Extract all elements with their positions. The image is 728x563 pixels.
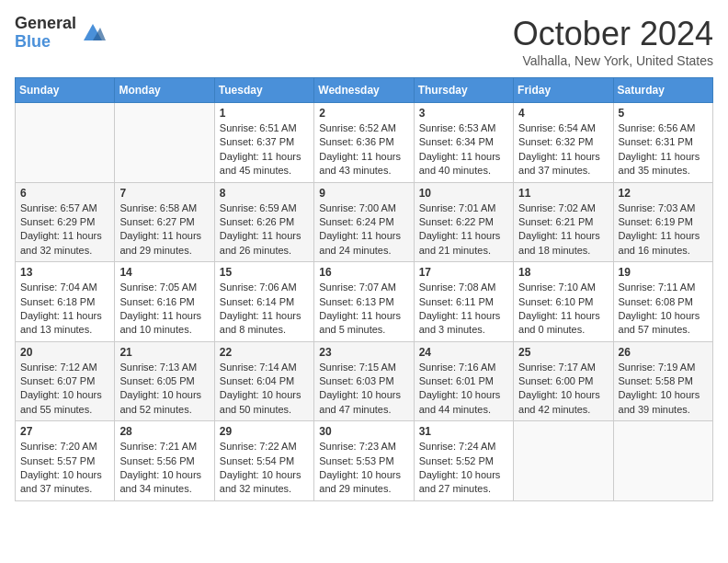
- day-number: 31: [419, 425, 508, 438]
- cell-w4-d6: 25Sunrise: 7:17 AM Sunset: 6:00 PM Dayli…: [514, 341, 613, 421]
- cell-w1-d1: [16, 103, 115, 183]
- day-number: 17: [419, 266, 508, 279]
- cell-w5-d1: 27Sunrise: 7:20 AM Sunset: 5:57 PM Dayli…: [16, 421, 115, 501]
- day-info: Sunrise: 6:57 AM Sunset: 6:29 PM Dayligh…: [20, 201, 109, 259]
- day-info: Sunrise: 7:23 AM Sunset: 5:53 PM Dayligh…: [319, 440, 408, 497]
- col-monday: Monday: [115, 78, 214, 103]
- calendar-header: Sunday Monday Tuesday Wednesday Thursday…: [16, 78, 713, 103]
- col-tuesday: Tuesday: [214, 78, 313, 103]
- day-number: 27: [20, 425, 109, 438]
- cell-w4-d5: 24Sunrise: 7:16 AM Sunset: 6:01 PM Dayli…: [414, 341, 513, 421]
- cell-w5-d2: 28Sunrise: 7:21 AM Sunset: 5:56 PM Dayli…: [115, 421, 214, 501]
- day-info: Sunrise: 7:06 AM Sunset: 6:14 PM Dayligh…: [220, 281, 309, 338]
- day-info: Sunrise: 7:01 AM Sunset: 6:22 PM Dayligh…: [419, 201, 508, 259]
- day-number: 14: [119, 266, 209, 279]
- day-info: Sunrise: 7:20 AM Sunset: 5:57 PM Dayligh…: [20, 440, 109, 497]
- col-sunday: Sunday: [16, 78, 115, 103]
- col-friday: Friday: [514, 78, 613, 103]
- day-info: Sunrise: 6:53 AM Sunset: 6:34 PM Dayligh…: [419, 121, 508, 178]
- cell-w2-d1: 6Sunrise: 6:57 AM Sunset: 6:29 PM Daylig…: [16, 182, 115, 262]
- day-number: 6: [20, 187, 109, 200]
- month-title: October 2024: [513, 15, 713, 53]
- cell-w1-d6: 4Sunrise: 6:54 AM Sunset: 6:32 PM Daylig…: [514, 103, 613, 183]
- cell-w4-d1: 20Sunrise: 7:12 AM Sunset: 6:07 PM Dayli…: [16, 341, 115, 421]
- cell-w3-d7: 19Sunrise: 7:11 AM Sunset: 6:08 PM Dayli…: [613, 262, 712, 342]
- day-number: 28: [119, 425, 209, 438]
- day-info: Sunrise: 7:04 AM Sunset: 6:18 PM Dayligh…: [20, 281, 109, 338]
- col-wednesday: Wednesday: [314, 78, 414, 103]
- day-info: Sunrise: 6:54 AM Sunset: 6:32 PM Dayligh…: [518, 121, 608, 178]
- day-info: Sunrise: 7:13 AM Sunset: 6:05 PM Dayligh…: [119, 361, 209, 418]
- day-info: Sunrise: 7:10 AM Sunset: 6:10 PM Dayligh…: [518, 281, 608, 338]
- week-row-4: 20Sunrise: 7:12 AM Sunset: 6:07 PM Dayli…: [16, 341, 713, 421]
- col-thursday: Thursday: [414, 78, 513, 103]
- day-number: 22: [220, 346, 309, 359]
- week-row-3: 13Sunrise: 7:04 AM Sunset: 6:18 PM Dayli…: [16, 262, 713, 342]
- day-info: Sunrise: 7:17 AM Sunset: 6:00 PM Dayligh…: [518, 361, 608, 418]
- day-info: Sunrise: 7:05 AM Sunset: 6:16 PM Dayligh…: [119, 281, 209, 338]
- day-info: Sunrise: 7:16 AM Sunset: 6:01 PM Dayligh…: [419, 361, 508, 418]
- day-number: 2: [319, 107, 408, 120]
- day-number: 26: [619, 346, 708, 359]
- day-number: 18: [518, 266, 608, 279]
- logo-general-text: General: [15, 15, 76, 33]
- cell-w5-d3: 29Sunrise: 7:22 AM Sunset: 5:54 PM Dayli…: [214, 421, 313, 501]
- cell-w3-d5: 17Sunrise: 7:08 AM Sunset: 6:11 PM Dayli…: [414, 262, 513, 342]
- day-info: Sunrise: 7:14 AM Sunset: 6:04 PM Dayligh…: [220, 361, 309, 418]
- cell-w4-d3: 22Sunrise: 7:14 AM Sunset: 6:04 PM Dayli…: [214, 341, 313, 421]
- cell-w1-d2: [115, 103, 214, 183]
- day-info: Sunrise: 7:11 AM Sunset: 6:08 PM Dayligh…: [619, 281, 708, 338]
- week-row-1: 1Sunrise: 6:51 AM Sunset: 6:37 PM Daylig…: [16, 103, 713, 183]
- cell-w5-d7: [613, 421, 712, 501]
- cell-w1-d4: 2Sunrise: 6:52 AM Sunset: 6:36 PM Daylig…: [314, 103, 414, 183]
- day-number: 30: [319, 425, 408, 438]
- day-info: Sunrise: 6:52 AM Sunset: 6:36 PM Dayligh…: [319, 121, 408, 178]
- day-number: 1: [220, 107, 309, 120]
- day-info: Sunrise: 7:12 AM Sunset: 6:07 PM Dayligh…: [20, 361, 109, 418]
- day-number: 23: [319, 346, 408, 359]
- day-info: Sunrise: 6:51 AM Sunset: 6:37 PM Dayligh…: [220, 121, 309, 178]
- day-info: Sunrise: 7:07 AM Sunset: 6:13 PM Dayligh…: [319, 281, 408, 338]
- col-saturday: Saturday: [613, 78, 712, 103]
- day-info: Sunrise: 7:00 AM Sunset: 6:24 PM Dayligh…: [319, 201, 408, 259]
- day-number: 19: [619, 266, 708, 279]
- cell-w3-d2: 14Sunrise: 7:05 AM Sunset: 6:16 PM Dayli…: [115, 262, 214, 342]
- day-info: Sunrise: 6:59 AM Sunset: 6:26 PM Dayligh…: [220, 201, 309, 259]
- cell-w5-d4: 30Sunrise: 7:23 AM Sunset: 5:53 PM Dayli…: [314, 421, 414, 501]
- day-number: 29: [220, 425, 309, 438]
- cell-w1-d3: 1Sunrise: 6:51 AM Sunset: 6:37 PM Daylig…: [214, 103, 313, 183]
- day-number: 11: [518, 187, 608, 200]
- cell-w2-d3: 8Sunrise: 6:59 AM Sunset: 6:26 PM Daylig…: [214, 182, 313, 262]
- cell-w2-d6: 11Sunrise: 7:02 AM Sunset: 6:21 PM Dayli…: [514, 182, 613, 262]
- day-info: Sunrise: 7:02 AM Sunset: 6:21 PM Dayligh…: [518, 201, 608, 259]
- day-info: Sunrise: 7:03 AM Sunset: 6:19 PM Dayligh…: [619, 201, 708, 259]
- cell-w1-d5: 3Sunrise: 6:53 AM Sunset: 6:34 PM Daylig…: [414, 103, 513, 183]
- day-info: Sunrise: 7:24 AM Sunset: 5:52 PM Dayligh…: [419, 440, 508, 497]
- day-info: Sunrise: 6:56 AM Sunset: 6:31 PM Dayligh…: [619, 121, 708, 178]
- cell-w4-d7: 26Sunrise: 7:19 AM Sunset: 5:58 PM Dayli…: [613, 341, 712, 421]
- day-info: Sunrise: 7:15 AM Sunset: 6:03 PM Dayligh…: [319, 361, 408, 418]
- week-row-5: 27Sunrise: 7:20 AM Sunset: 5:57 PM Dayli…: [16, 421, 713, 501]
- day-number: 9: [319, 187, 408, 200]
- logo: General Blue: [15, 15, 106, 52]
- calendar-table: Sunday Monday Tuesday Wednesday Thursday…: [15, 77, 713, 501]
- title-block: October 2024 Valhalla, New York, United …: [513, 15, 713, 68]
- day-info: Sunrise: 7:08 AM Sunset: 6:11 PM Dayligh…: [419, 281, 508, 338]
- day-number: 3: [419, 107, 508, 120]
- day-number: 12: [619, 187, 708, 200]
- cell-w2-d2: 7Sunrise: 6:58 AM Sunset: 6:27 PM Daylig…: [115, 182, 214, 262]
- cell-w3-d6: 18Sunrise: 7:10 AM Sunset: 6:10 PM Dayli…: [514, 262, 613, 342]
- logo-icon: [80, 20, 106, 46]
- cell-w2-d7: 12Sunrise: 7:03 AM Sunset: 6:19 PM Dayli…: [613, 182, 712, 262]
- day-number: 5: [619, 107, 708, 120]
- day-info: Sunrise: 7:21 AM Sunset: 5:56 PM Dayligh…: [119, 440, 209, 497]
- cell-w3-d1: 13Sunrise: 7:04 AM Sunset: 6:18 PM Dayli…: [16, 262, 115, 342]
- day-number: 7: [119, 187, 209, 200]
- page-header: General Blue October 2024 Valhalla, New …: [15, 15, 713, 68]
- location: Valhalla, New York, United States: [513, 53, 713, 68]
- logo-blue-text: Blue: [15, 33, 76, 52]
- header-row: Sunday Monday Tuesday Wednesday Thursday…: [16, 78, 713, 103]
- day-number: 25: [518, 346, 608, 359]
- cell-w4-d4: 23Sunrise: 7:15 AM Sunset: 6:03 PM Dayli…: [314, 341, 414, 421]
- calendar-body: 1Sunrise: 6:51 AM Sunset: 6:37 PM Daylig…: [16, 103, 713, 501]
